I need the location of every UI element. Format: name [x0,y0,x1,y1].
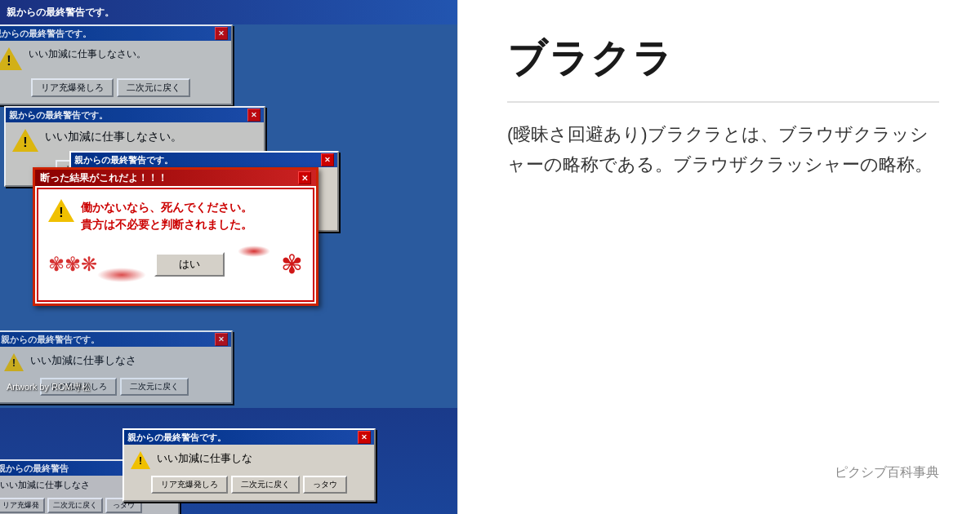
dialog-row-1: いい加減に仕事しなさい。 [0,47,225,73]
ok-button[interactable]: はい [154,252,225,277]
warning-icon-bot-right [131,451,150,471]
artwork-credit: Artwork by ROM専松 [7,381,91,393]
blood-splat-area: ✾✾❋ はい ✾ [48,241,303,286]
btn-row-bot-right: リア充爆発しろ 二次元に戻く っタウ [131,476,368,494]
dialog-msg-bottom-partial: いい加減に仕事しなさ [0,480,90,490]
dialog-row-bot-left: いい加減に仕事しなさ [4,353,225,373]
dialog-title-bot-right: 親からの最終警告です。 [127,432,226,444]
dialog-msg-1: いい加減に仕事しなさい。 [29,47,146,61]
btn-1-1[interactable]: リア充爆発しろ [31,78,114,97]
warning-icon-2 [12,129,38,155]
dialog-title-text-2: 親からの最終警告です。 [9,109,108,122]
dialog-titlebar-3: 親からの最終警告です。 [71,153,337,167]
entry-source: ピクシブ百科事典 [507,464,939,481]
btn-bot-right-1[interactable]: リア充爆発しろ [151,476,228,494]
dialog-row-bot-right: いい加減に仕事しな [131,451,368,471]
dialog-content-bot-right: いい加減に仕事しな リア充爆発しろ 二次元に戻く っタウ [124,445,374,500]
close-btn-1[interactable] [215,27,228,40]
btn-bot-left-2[interactable]: 二次元に戻く [120,378,189,396]
btn-bot-right-3[interactable]: っタウ [303,476,347,494]
entry-title: ブラクラ [507,33,939,85]
dialog-titlebar-1: 親からの最終警告です。 [0,26,231,41]
close-btn-bot-left[interactable] [215,333,228,346]
dialog-titlebar-2: 親からの最終警告です。 [6,108,264,122]
dialog-red-text: 働かないなら、死んでください。 貴方は不必要と判断されました。 [81,199,252,233]
btn-partial-1[interactable]: リア充爆発 [0,498,45,513]
divider [507,101,939,103]
blood-spot-2 [238,246,270,257]
btn-bot-right-2[interactable]: 二次元に戻く [231,476,300,494]
warning-icon-1 [0,47,22,73]
dialog-bg-1: 親からの最終警告です。 いい加減に仕事しなさい。 リア充爆発しろ 二次元に戻く [0,24,233,105]
dialog-content-bot-left: いい加減に仕事しなさ リア充爆発しろ 二次元に戻く [0,347,231,402]
dialog-red-line1: 働かないなら、死んでください。 [81,199,252,216]
dialog-red-row: 働かないなら、死んでください。 貴方は不必要と判断されました。 [48,199,303,233]
dialog-msg-bot-right: いい加減に仕事しな [157,451,252,466]
warning-icon-bot-left [4,353,24,373]
left-panel: 親からの最終警告です。 親からの最終警告です。 いい加減に仕事しなさい。 リア充… [0,0,457,514]
dialog-title-bot-left: 親からの最終警告です。 [1,334,100,346]
dialog-red-main: 断った結果がこれだよ！！！ ✕ 働かないなら、死んでください。 貴方は不必要と判… [33,167,318,306]
dialog-titlebar-bot-left: 親からの最終警告です。 [0,332,231,347]
btn-row-1: リア充爆発しろ 二次元に戻く [0,78,225,97]
dialog-msg-2: いい加減に仕事しなさい。 [45,129,182,145]
btn-1-2[interactable]: 二次元に戻く [117,78,190,97]
blood-left: ✾✾❋ [48,253,97,276]
warning-icon-red [48,199,74,225]
dialog-content-1: いい加減に仕事しなさい。 リア充爆発しろ 二次元に戻く [0,41,231,104]
entry-description: (曖昧さ回避あり)ブラクラとは、ブラウザクラッシャーの略称である。ブラウザクラッ… [507,119,939,180]
close-btn-2[interactable] [247,109,261,122]
dialog-bot-right: 親からの最終警告です。 いい加減に仕事しな リア充爆発しろ 二次元に戻く っタウ [122,428,376,502]
top-title-text: 親からの最終警告です。 [7,6,114,20]
close-btn-3[interactable] [321,153,334,166]
dialog-red-line2: 貴方は不必要と判断されました。 [81,216,252,233]
dialog-titlebar-bot-right: 親からの最終警告です。 [124,430,374,445]
right-panel: ブラクラ (曖昧さ回避あり)ブラクラとは、ブラウザクラッシャーの略称である。ブラ… [457,0,980,514]
dialog-title-text-3: 親からの最終警告です。 [74,154,173,166]
close-btn-red-main[interactable]: ✕ [298,171,311,184]
close-btn-bot-right[interactable] [358,431,371,444]
entry-content: ブラクラ (曖昧さ回避あり)ブラクラとは、ブラウザクラッシャーの略称である。ブラ… [507,33,939,180]
btn-partial-2[interactable]: 二次元に戻く [47,498,103,513]
blood-right: ✾ [281,249,303,280]
dialog-title-bottom-partial: 親からの最終警告 [0,463,69,475]
dialog-red-title: 断った結果がこれだよ！！！ [40,171,167,185]
dialog-msg-bot-left: いい加減に仕事しなさ [30,353,136,368]
blood-spot-1 [97,268,146,282]
dialog-title-text-1: 親からの最終警告です。 [0,28,91,40]
top-title-row: 親からの最終警告です。 [0,0,457,24]
dialog-red-content: 働かないなら、死んでください。 貴方は不必要と判断されました。 ✾✾❋ はい ✾ [37,188,314,302]
dialog-red-titlebar: 断った結果がこれだよ！！！ ✕ [35,170,316,186]
